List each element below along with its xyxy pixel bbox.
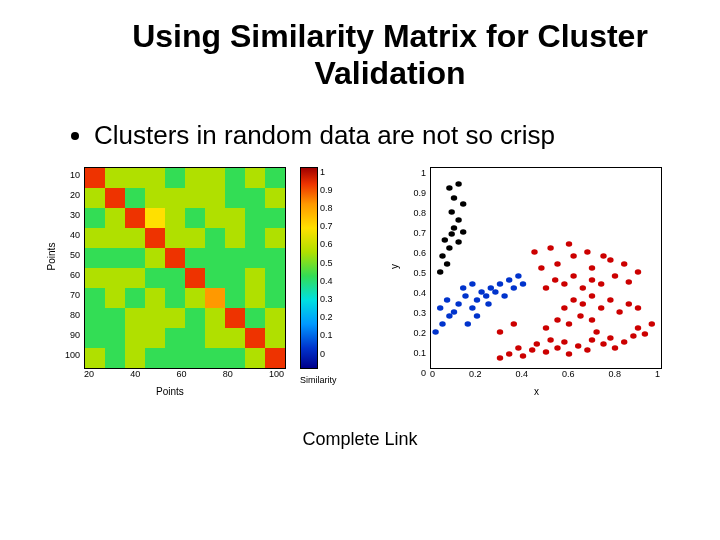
svg-point-52 bbox=[635, 269, 641, 275]
tick: 100 bbox=[269, 369, 284, 379]
svg-point-0 bbox=[497, 355, 503, 361]
tick: 0.7 bbox=[406, 223, 426, 243]
tick: 0.6 bbox=[406, 243, 426, 263]
colorbar bbox=[300, 167, 318, 369]
tick: 0.9 bbox=[320, 181, 333, 199]
scatter-xticks: 0 0.2 0.4 0.6 0.8 1 bbox=[430, 369, 660, 379]
tick: 0.3 bbox=[320, 290, 333, 308]
svg-point-58 bbox=[497, 329, 503, 335]
svg-point-29 bbox=[570, 297, 576, 303]
svg-point-2 bbox=[515, 345, 521, 351]
tick: 0.6 bbox=[562, 369, 575, 379]
tick: 60 bbox=[62, 265, 80, 285]
svg-point-72 bbox=[469, 281, 475, 287]
svg-point-83 bbox=[474, 313, 480, 319]
svg-point-25 bbox=[566, 321, 572, 327]
heatmap-yticks: 10 20 30 40 50 60 70 80 90 100 bbox=[62, 165, 80, 365]
tick: 0.8 bbox=[320, 199, 333, 217]
tick: 0.8 bbox=[608, 369, 621, 379]
svg-point-92 bbox=[451, 225, 457, 231]
bullet-item: Clusters in random data are not so crisp bbox=[94, 120, 700, 151]
svg-point-8 bbox=[554, 345, 560, 351]
svg-point-35 bbox=[626, 301, 632, 307]
svg-point-12 bbox=[584, 347, 590, 353]
tick: 90 bbox=[62, 325, 80, 345]
svg-point-86 bbox=[444, 261, 450, 267]
svg-point-42 bbox=[589, 277, 595, 283]
svg-point-31 bbox=[589, 293, 595, 299]
svg-point-1 bbox=[506, 351, 512, 357]
svg-point-70 bbox=[478, 289, 484, 295]
tick: 0.6 bbox=[320, 235, 333, 253]
scatter-plot bbox=[430, 167, 662, 369]
svg-point-80 bbox=[520, 281, 526, 287]
svg-point-68 bbox=[469, 305, 475, 311]
colorbar-label: Similarity bbox=[300, 375, 337, 385]
figure-caption: Complete Link bbox=[0, 429, 720, 450]
svg-point-95 bbox=[448, 209, 454, 215]
svg-point-49 bbox=[589, 265, 595, 271]
svg-point-50 bbox=[607, 257, 613, 263]
svg-point-89 bbox=[442, 237, 448, 243]
tick: 30 bbox=[62, 205, 80, 225]
scatter-xlabel: x bbox=[534, 386, 539, 397]
scatter-figure: y 1 0.9 0.8 0.7 0.6 0.5 0.4 0.3 0.2 0.1 … bbox=[394, 161, 674, 391]
tick: 0.8 bbox=[406, 203, 426, 223]
svg-point-63 bbox=[437, 305, 443, 311]
svg-point-30 bbox=[580, 301, 586, 307]
svg-point-33 bbox=[607, 297, 613, 303]
slide-title: Using Similarity Matrix for Cluster Vali… bbox=[120, 18, 660, 92]
svg-point-88 bbox=[446, 245, 452, 251]
tick: 50 bbox=[62, 245, 80, 265]
slide: Using Similarity Matrix for Cluster Vali… bbox=[0, 18, 720, 540]
tick: 0.1 bbox=[406, 343, 426, 363]
tick: 40 bbox=[62, 225, 80, 245]
tick: 0 bbox=[320, 345, 333, 363]
svg-point-4 bbox=[529, 347, 535, 353]
svg-point-34 bbox=[616, 309, 622, 315]
svg-point-39 bbox=[561, 281, 567, 287]
svg-point-69 bbox=[474, 297, 480, 303]
tick: 0.2 bbox=[320, 308, 333, 326]
svg-point-5 bbox=[534, 341, 540, 347]
tick: 1 bbox=[320, 163, 333, 181]
svg-point-79 bbox=[515, 273, 521, 279]
tick: 10 bbox=[62, 165, 80, 185]
svg-point-54 bbox=[547, 245, 553, 251]
svg-point-98 bbox=[446, 185, 452, 191]
svg-point-87 bbox=[439, 253, 445, 259]
svg-point-75 bbox=[492, 289, 498, 295]
tick: 0.4 bbox=[515, 369, 528, 379]
svg-point-48 bbox=[570, 253, 576, 259]
svg-point-44 bbox=[612, 273, 618, 279]
tick: 80 bbox=[62, 305, 80, 325]
svg-point-46 bbox=[538, 265, 544, 271]
svg-point-76 bbox=[497, 281, 503, 287]
svg-point-37 bbox=[543, 285, 549, 291]
tick: 0.7 bbox=[320, 217, 333, 235]
svg-point-22 bbox=[649, 321, 655, 327]
svg-point-85 bbox=[437, 269, 443, 275]
tick: 0.5 bbox=[320, 254, 333, 272]
svg-point-99 bbox=[455, 181, 461, 187]
scatter-ylabel: y bbox=[389, 264, 400, 269]
svg-point-60 bbox=[432, 329, 438, 335]
colorbar-ticks: 1 0.9 0.8 0.7 0.6 0.5 0.4 0.3 0.2 0.1 0 bbox=[320, 163, 333, 363]
svg-point-84 bbox=[465, 321, 471, 327]
svg-point-20 bbox=[635, 325, 641, 331]
tick: 0.3 bbox=[406, 303, 426, 323]
svg-point-90 bbox=[448, 231, 454, 237]
heatmap-grid bbox=[84, 167, 286, 369]
svg-point-19 bbox=[630, 333, 636, 339]
svg-point-59 bbox=[511, 321, 517, 327]
svg-point-96 bbox=[460, 201, 466, 207]
svg-point-9 bbox=[561, 339, 567, 345]
tick: 0.4 bbox=[320, 272, 333, 290]
svg-point-94 bbox=[455, 217, 461, 223]
svg-point-66 bbox=[455, 301, 461, 307]
svg-point-7 bbox=[547, 337, 553, 343]
svg-point-10 bbox=[566, 351, 572, 357]
tick: 0.9 bbox=[406, 183, 426, 203]
svg-point-40 bbox=[570, 273, 576, 279]
tick: 80 bbox=[223, 369, 233, 379]
